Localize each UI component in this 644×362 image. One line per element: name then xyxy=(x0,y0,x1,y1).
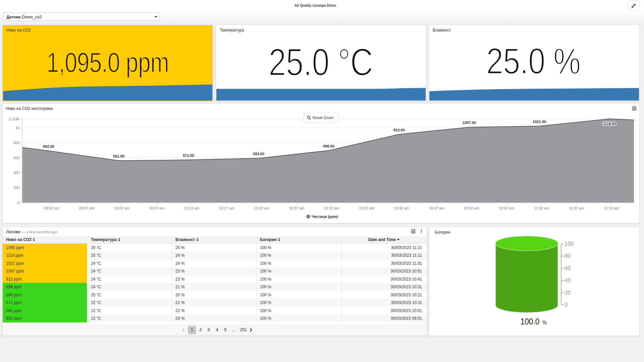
svg-text:561.00: 561.00 xyxy=(113,154,124,158)
svg-text:10:22 am: 10:22 am xyxy=(254,206,269,210)
svg-text:692.00: 692.00 xyxy=(43,144,54,148)
svg-text:10:57 am: 10:57 am xyxy=(499,206,514,210)
svg-text:40: 40 xyxy=(565,277,571,283)
svg-text:1007.00: 1007.00 xyxy=(463,121,476,125)
svg-text:696.00: 696.00 xyxy=(323,144,334,148)
svg-text:800: 800 xyxy=(13,141,19,145)
svg-text:593.00: 593.00 xyxy=(253,152,264,156)
svg-text:1k: 1k xyxy=(15,126,19,130)
svg-text:Частици (ppm): Частици (ppm) xyxy=(312,215,338,219)
svg-text:%: % xyxy=(543,319,547,326)
svg-text:10:32 am: 10:32 am xyxy=(324,206,339,210)
svg-text:100.0: 100.0 xyxy=(521,316,540,326)
svg-text:200: 200 xyxy=(13,186,19,190)
svg-text:80: 80 xyxy=(565,253,571,259)
svg-text:912.00: 912.00 xyxy=(393,128,405,132)
svg-text:11:02 am: 11:02 am xyxy=(534,206,549,210)
svg-text:11:07 am: 11:07 am xyxy=(569,206,584,210)
svg-text:10:37 am: 10:37 am xyxy=(359,206,374,210)
svg-text:1.118k: 1.118k xyxy=(9,117,20,121)
svg-text:0: 0 xyxy=(565,302,568,308)
svg-text:10:27 am: 10:27 am xyxy=(289,206,304,210)
svg-text:60: 60 xyxy=(565,265,571,271)
svg-text:10:02 am: 10:02 am xyxy=(114,206,129,210)
svg-text:10:47 am: 10:47 am xyxy=(429,206,444,210)
svg-text:0: 0 xyxy=(17,201,19,205)
svg-text:10:42 am: 10:42 am xyxy=(394,206,409,210)
svg-text:400: 400 xyxy=(13,171,19,175)
svg-text:571.00: 571.00 xyxy=(183,154,194,158)
svg-text:1021.00: 1021.00 xyxy=(533,120,546,124)
svg-text:600: 600 xyxy=(13,156,19,160)
svg-text:09:52 am: 09:52 am xyxy=(44,206,59,210)
svg-text:10:17 am: 10:17 am xyxy=(219,206,234,210)
svg-text:1118.00: 1118.00 xyxy=(603,122,616,126)
svg-text:10:52 am: 10:52 am xyxy=(464,206,479,210)
svg-text:10:07 am: 10:07 am xyxy=(149,206,164,210)
svg-text:100: 100 xyxy=(565,241,574,247)
svg-text:09:57 am: 09:57 am xyxy=(79,206,95,210)
svg-text:20: 20 xyxy=(565,290,571,296)
svg-text:10:12 am: 10:12 am xyxy=(184,206,200,210)
svg-text:11:12 am: 11:12 am xyxy=(604,206,619,210)
